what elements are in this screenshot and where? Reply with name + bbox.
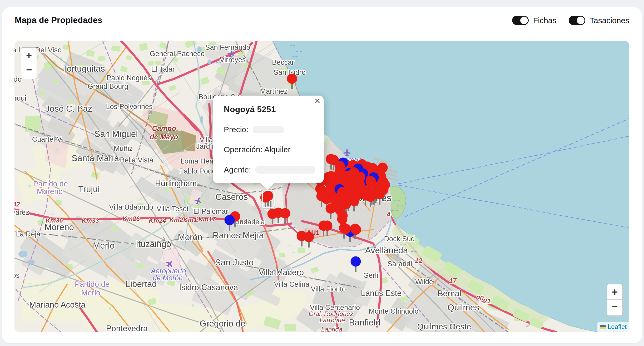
svg-text:Trujui: Trujui bbox=[78, 184, 100, 194]
svg-text:El Palomar: El Palomar bbox=[193, 207, 228, 215]
svg-text:Monte Chingolo: Monte Chingolo bbox=[369, 307, 418, 315]
svg-text:Merlo: Merlo bbox=[93, 241, 115, 250]
svg-text:de Mayo: de Mayo bbox=[150, 133, 178, 141]
svg-text:Grand Bourg: Grand Bourg bbox=[88, 82, 128, 90]
svg-text:Larroque: Larroque bbox=[320, 317, 345, 324]
svg-text:Villa Madero: Villa Madero bbox=[259, 268, 304, 277]
svg-text:Cuartel V: Cuartel V bbox=[32, 135, 62, 143]
svg-text:Villa Fiorito: Villa Fiorito bbox=[311, 285, 346, 293]
svg-text:Partido de: Partido de bbox=[33, 180, 68, 188]
svg-text:Km17: Km17 bbox=[198, 216, 216, 223]
svg-text:Hurlingham: Hurlingham bbox=[155, 179, 197, 188]
svg-text:El Talar: El Talar bbox=[151, 65, 175, 73]
svg-text:Gerli: Gerli bbox=[363, 271, 378, 279]
svg-text:San Fernando: San Fernando bbox=[205, 43, 250, 51]
svg-text:Villa Celina: Villa Celina bbox=[274, 280, 310, 288]
svg-text:Los Polvorines: Los Polvorines bbox=[106, 103, 152, 111]
svg-text:José C. Paz: José C. Paz bbox=[45, 104, 92, 113]
svg-text:17: 17 bbox=[449, 277, 457, 284]
svg-text:Lanús Este: Lanús Este bbox=[361, 289, 402, 298]
svg-text:Aeropuerto: Aeropuerto bbox=[150, 267, 186, 275]
svg-text:Merlo: Merlo bbox=[81, 289, 101, 297]
svg-text:Morón: Morón bbox=[178, 232, 202, 242]
svg-text:Dock Sud: Dock Sud bbox=[384, 235, 415, 243]
svg-text:Beccar: Beccar bbox=[272, 58, 294, 66]
svg-text:20: 20 bbox=[476, 294, 484, 302]
svg-text:Pontevedra: Pontevedra bbox=[106, 324, 148, 332]
svg-text:Km24: Km24 bbox=[149, 217, 166, 224]
svg-text:Laprida: Laprida bbox=[321, 326, 342, 332]
svg-text:Del Viso: Del Viso bbox=[35, 46, 62, 54]
svg-text:Villa Tesei: Villa Tesei bbox=[157, 205, 189, 213]
svg-text:Muñiz: Muñiz bbox=[114, 145, 133, 152]
svg-text:Virreyes: Virreyes bbox=[220, 56, 246, 64]
svg-text:Avellaneda: Avellaneda bbox=[365, 245, 408, 255]
svg-text:Km26: Km26 bbox=[122, 215, 140, 222]
svg-text:Banfield: Banfield bbox=[349, 318, 380, 327]
svg-text:Gral. Rodríguez: Gral. Rodríguez bbox=[309, 310, 353, 317]
svg-text:Ituzaingó: Ituzaingó bbox=[136, 239, 171, 249]
svg-text:La Reja: La Reja bbox=[16, 230, 41, 238]
svg-text:Sarandí: Sarandí bbox=[388, 260, 413, 268]
svg-text:Km36: Km36 bbox=[46, 217, 63, 224]
svg-text:ido: ido bbox=[14, 75, 22, 83]
svg-text:San Miguel: San Miguel bbox=[94, 129, 138, 139]
svg-text:21: 21 bbox=[483, 297, 491, 305]
svg-text:Wilde: Wilde bbox=[415, 278, 433, 286]
svg-text:Villa Udaondo: Villa Udaondo bbox=[109, 203, 153, 211]
svg-text:Mariano Acosta: Mariano Acosta bbox=[29, 300, 86, 309]
svg-text:Santa María: Santa María bbox=[72, 153, 119, 163]
svg-text:42: 42 bbox=[14, 201, 20, 208]
svg-text:12: 12 bbox=[415, 257, 422, 264]
svg-text:Km33: Km33 bbox=[82, 217, 99, 224]
svg-text:4: 4 bbox=[387, 210, 390, 218]
svg-text:General Pacheco: General Pacheco bbox=[150, 50, 205, 58]
svg-text:Martínez: Martínez bbox=[260, 87, 288, 95]
svg-text:varez: varez bbox=[14, 209, 29, 216]
svg-text:Bella Vista: Bella Vista bbox=[120, 156, 153, 164]
svg-text:San Justo: San Justo bbox=[215, 258, 254, 267]
svg-text:Caseros: Caseros bbox=[216, 192, 248, 202]
svg-text:erqui: erqui bbox=[14, 94, 26, 102]
svg-text:Campo: Campo bbox=[152, 125, 176, 132]
svg-text:Gregorio de: Gregorio de bbox=[200, 319, 245, 328]
svg-text:de Morón: de Morón bbox=[153, 274, 183, 282]
svg-text:Partido de: Partido de bbox=[75, 280, 110, 288]
svg-text:os: os bbox=[14, 271, 19, 279]
svg-text:Quilmes: Quilmes bbox=[447, 303, 479, 312]
svg-text:Pablo Nogués: Pablo Nogués bbox=[106, 74, 151, 82]
svg-text:Bernal: Bernal bbox=[438, 289, 461, 298]
svg-text:Tortuguitas: Tortuguitas bbox=[62, 64, 105, 73]
svg-text:Isidro Casanova: Isidro Casanova bbox=[179, 283, 238, 292]
svg-text:Libertad: Libertad bbox=[125, 279, 157, 289]
svg-text:Moreno: Moreno bbox=[37, 187, 63, 196]
svg-text:Quilmes Oeste: Quilmes Oeste bbox=[417, 322, 471, 331]
svg-text:Ramos Mejía: Ramos Mejía bbox=[213, 230, 264, 240]
